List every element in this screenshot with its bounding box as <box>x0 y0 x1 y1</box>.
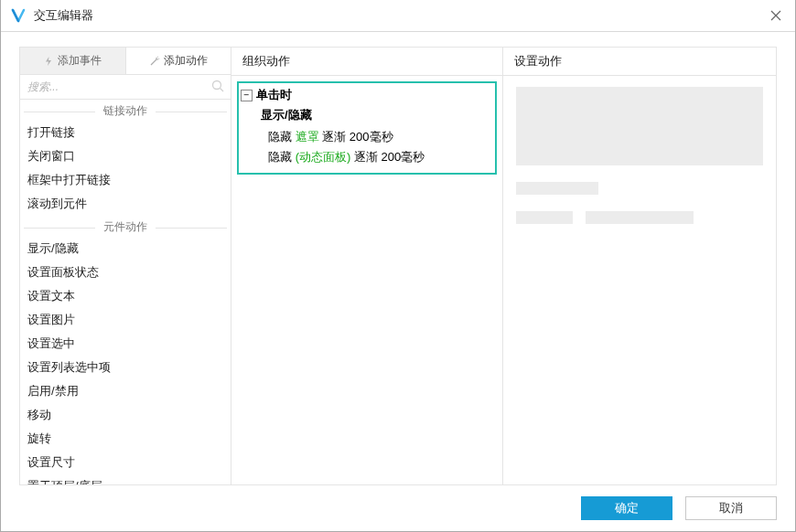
search-box <box>20 75 231 100</box>
config-placeholder-label-2 <box>516 211 573 224</box>
right-body <box>503 76 776 251</box>
action-line[interactable]: 隐藏 遮罩 逐渐 200毫秒 <box>239 127 495 147</box>
action-item[interactable]: 置于顶层/底层 <box>20 474 231 484</box>
right-header: 设置动作 <box>503 48 776 76</box>
dialog-body: 添加事件 添加动作 链接动作 打开链接关闭窗口框架中打开链接滚动到元件 <box>1 32 795 532</box>
event-case-box[interactable]: − 单击时 显示/隐藏 隐藏 遮罩 逐渐 200毫秒隐藏 (动态面板) 逐渐 2… <box>237 81 497 175</box>
collapse-toggle[interactable]: − <box>241 90 253 101</box>
search-icon <box>210 79 225 97</box>
lightning-icon <box>43 56 54 67</box>
section-header-link: 链接动作 <box>20 103 231 119</box>
action-item[interactable]: 显示/隐藏 <box>20 237 231 261</box>
columns: 添加事件 添加动作 链接动作 打开链接关闭窗口框架中打开链接滚动到元件 <box>19 47 777 485</box>
cancel-button[interactable]: 取消 <box>685 496 777 520</box>
middle-panel: 组织动作 − 单击时 显示/隐藏 隐藏 遮罩 逐渐 200毫秒隐藏 (动态面板)… <box>231 48 503 484</box>
search-input[interactable] <box>20 75 231 99</box>
action-item[interactable]: 旋转 <box>20 427 231 451</box>
action-list[interactable]: 链接动作 打开链接关闭窗口框架中打开链接滚动到元件 元件动作 显示/隐藏设置面板… <box>20 100 231 484</box>
tab-strip: 添加事件 添加动作 <box>20 48 231 75</box>
titlebar: 交互编辑器 <box>1 0 795 32</box>
config-placeholder-large <box>516 87 763 165</box>
middle-body: − 单击时 显示/隐藏 隐藏 遮罩 逐渐 200毫秒隐藏 (动态面板) 逐渐 2… <box>231 76 502 180</box>
close-icon <box>770 10 781 21</box>
section-header-widget: 元件动作 <box>20 219 231 235</box>
action-item[interactable]: 设置文本 <box>20 284 231 308</box>
svg-point-0 <box>213 81 221 90</box>
wand-icon <box>149 56 160 67</box>
dialog-footer: 确定 取消 <box>581 496 777 520</box>
case-name[interactable]: 显示/隐藏 <box>239 105 495 127</box>
action-item[interactable]: 关闭窗口 <box>20 144 231 168</box>
ok-button[interactable]: 确定 <box>581 496 672 520</box>
event-row[interactable]: − 单击时 <box>239 83 495 105</box>
close-button[interactable] <box>766 5 786 26</box>
action-item[interactable]: 设置图片 <box>20 308 231 332</box>
action-item[interactable]: 滚动到元件 <box>20 192 231 216</box>
right-panel: 设置动作 <box>503 48 776 484</box>
action-item[interactable]: 设置面板状态 <box>20 261 231 284</box>
event-name: 单击时 <box>256 87 292 103</box>
action-item[interactable]: 启用/禁用 <box>20 379 231 403</box>
config-placeholder-label-1 <box>516 182 598 195</box>
action-item[interactable]: 框架中打开链接 <box>20 168 231 192</box>
action-item[interactable]: 打开链接 <box>20 121 231 144</box>
action-target: 遮罩 <box>296 130 319 144</box>
action-item[interactable]: 设置尺寸 <box>20 451 231 474</box>
middle-header: 组织动作 <box>231 48 502 76</box>
window-title: 交互编辑器 <box>34 7 93 24</box>
left-panel: 添加事件 添加动作 链接动作 打开链接关闭窗口框架中打开链接滚动到元件 <box>20 48 231 484</box>
tab-add-action-label: 添加动作 <box>164 53 208 69</box>
interaction-editor-window: 交互编辑器 添加事件 添加动作 <box>0 0 796 532</box>
action-item[interactable]: 设置选中 <box>20 332 231 356</box>
action-line[interactable]: 隐藏 (动态面板) 逐渐 200毫秒 <box>239 147 495 167</box>
action-item[interactable]: 设置列表选中项 <box>20 356 231 379</box>
tab-add-event-label: 添加事件 <box>58 53 102 69</box>
tab-add-action[interactable]: 添加动作 <box>126 48 231 75</box>
tab-add-event[interactable]: 添加事件 <box>20 48 126 75</box>
action-target: (动态面板) <box>296 150 351 164</box>
action-item[interactable]: 移动 <box>20 403 231 427</box>
config-placeholder-field-2 <box>586 211 694 224</box>
app-logo-icon <box>10 7 27 24</box>
